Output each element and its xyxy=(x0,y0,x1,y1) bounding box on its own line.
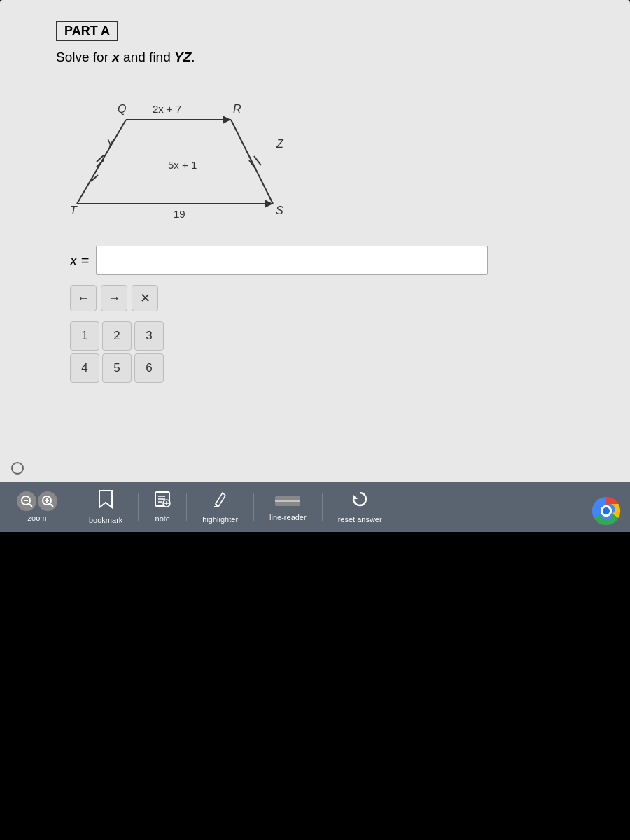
zoom-tool[interactable]: zoom xyxy=(11,489,63,525)
bookmark-icon xyxy=(98,489,113,513)
line-reader-tool[interactable]: line-reader xyxy=(264,489,312,524)
zoom-out-icon[interactable] xyxy=(17,491,36,511)
svg-text:T: T xyxy=(70,204,78,216)
svg-line-7 xyxy=(254,156,261,165)
zoom-label: zoom xyxy=(28,514,47,522)
line-reader-icon xyxy=(275,492,300,510)
toolbar-divider-3 xyxy=(186,493,187,521)
reset-answer-icon xyxy=(351,490,369,512)
toolbar-divider-1 xyxy=(73,493,74,521)
back-button[interactable]: ← xyxy=(70,285,97,312)
note-icon xyxy=(154,491,171,512)
svg-line-22 xyxy=(29,504,32,507)
toolbar: zoom bookmark note xyxy=(0,482,630,532)
bookmark-label: bookmark xyxy=(89,516,122,524)
toolbar-divider-4 xyxy=(253,493,254,521)
navigation-buttons: ← → ✕ xyxy=(70,285,595,312)
svg-point-37 xyxy=(603,507,610,514)
radio-button[interactable] xyxy=(11,462,24,475)
numpad: 123456 xyxy=(70,321,595,383)
svg-line-6 xyxy=(231,120,273,204)
svg-marker-5 xyxy=(223,115,231,124)
part-label: PART A xyxy=(56,21,118,41)
numpad-key-4[interactable]: 4 xyxy=(70,354,99,383)
toolbar-divider-2 xyxy=(138,493,139,521)
numpad-key-6[interactable]: 6 xyxy=(134,354,164,383)
reset-answer-label: reset answer xyxy=(338,515,382,524)
clear-button[interactable]: ✕ xyxy=(132,285,158,312)
zoom-in-icon[interactable] xyxy=(38,491,57,511)
svg-marker-33 xyxy=(354,495,358,499)
note-label: note xyxy=(155,514,170,523)
toolbar-divider-5 xyxy=(322,493,323,521)
answer-input[interactable] xyxy=(96,246,488,275)
numpad-key-2[interactable]: 2 xyxy=(102,321,132,351)
highlighter-icon xyxy=(213,490,228,512)
svg-text:19: 19 xyxy=(174,208,186,220)
bookmark-tool[interactable]: bookmark xyxy=(83,486,128,527)
svg-text:2x + 7: 2x + 7 xyxy=(153,103,181,115)
line-reader-label: line-reader xyxy=(270,513,307,522)
numpad-key-5[interactable]: 5 xyxy=(102,354,132,383)
svg-text:5x + 1: 5x + 1 xyxy=(168,159,197,171)
svg-text:R: R xyxy=(233,103,241,115)
problem-instruction: Solve for x and find YZ. xyxy=(56,50,595,65)
numpad-key-3[interactable]: 3 xyxy=(134,321,164,351)
numpad-key-1[interactable]: 1 xyxy=(70,321,99,351)
svg-text:S: S xyxy=(276,204,284,216)
reset-answer-tool[interactable]: reset answer xyxy=(332,487,388,526)
diagram: Q 2x + 7 R Y Z 5x + 1 T 19 S xyxy=(70,78,308,232)
svg-text:Z: Z xyxy=(276,138,284,150)
note-tool[interactable]: note xyxy=(148,488,176,526)
svg-line-26 xyxy=(50,504,53,507)
highlighter-tool[interactable]: highlighter xyxy=(197,487,244,526)
forward-button[interactable]: → xyxy=(101,285,127,312)
highlighter-label: highlighter xyxy=(202,515,238,524)
chrome-icon xyxy=(591,496,622,526)
svg-text:Y: Y xyxy=(106,138,115,150)
answer-label: x = xyxy=(70,253,89,269)
svg-text:Q: Q xyxy=(118,103,126,115)
